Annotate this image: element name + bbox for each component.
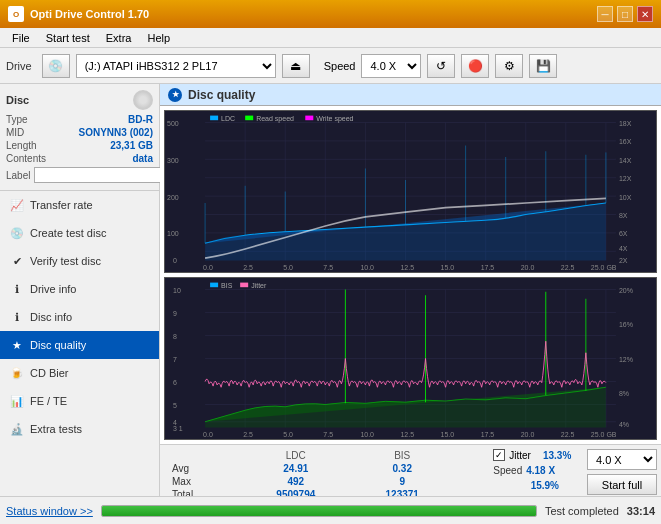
label-input[interactable] [34,167,167,183]
svg-text:6X: 6X [619,229,628,239]
maximize-button[interactable]: □ [617,6,633,22]
svg-text:15.0: 15.0 [441,429,455,439]
nav-extra-tests-label: Extra tests [30,423,82,435]
eject-button[interactable]: ⏏ [282,54,310,78]
svg-text:7: 7 [173,354,177,364]
status-bar: Status window >> Test completed 33:14 [0,496,661,524]
toolbar: Drive 💿 (J:) ATAPI iHBS312 2 PL17 ⏏ Spee… [0,48,661,84]
status-time: 33:14 [627,505,655,517]
svg-text:100: 100 [167,229,179,239]
progress-bar-fill [102,506,536,516]
speed-label: Speed [324,60,356,72]
charts-area: LDC Read speed Write speed [160,106,661,444]
nav-disc-info-label: Disc info [30,311,72,323]
svg-text:4X: 4X [619,244,628,254]
jitter-row: ✓ Jitter 13.3% [493,449,579,461]
svg-text:3 1: 3 1 [173,423,183,433]
nav-cd-bier-label: CD Bier [30,367,69,379]
contents-value: data [132,153,153,164]
nav-verify-test-disc[interactable]: ✔ Verify test disc [0,247,159,275]
length-key: Length [6,140,37,151]
progress-bar-container [101,505,537,517]
menu-bar: File Start test Extra Help [0,28,661,48]
nav-extra-tests[interactable]: 🔬 Extra tests [0,415,159,443]
app-icon: O [8,6,24,22]
svg-rect-68 [210,283,218,288]
avg-ldc: 24.91 [240,462,352,475]
refresh-button[interactable]: ↺ [427,54,455,78]
nav-disc-quality[interactable]: ★ Disc quality [0,331,159,359]
svg-text:5: 5 [173,400,177,410]
svg-text:14X: 14X [619,155,631,165]
status-text: Test completed [545,505,619,517]
svg-text:10: 10 [173,285,181,295]
status-window-button[interactable]: Status window >> [6,505,93,517]
svg-text:12X: 12X [619,174,631,184]
nav-disc-info[interactable]: ℹ Disc info [0,303,159,331]
mid-value: SONYNN3 (002) [79,127,153,138]
menu-help[interactable]: Help [139,30,178,46]
avg-bis: 0.32 [352,462,453,475]
svg-text:20%: 20% [619,285,633,295]
minimize-button[interactable]: ─ [597,6,613,22]
nav-drive-info[interactable]: ℹ Drive info [0,275,159,303]
nav-cd-bier[interactable]: 🍺 CD Bier [0,359,159,387]
ldc-header: LDC [240,449,352,462]
output-speed-select[interactable]: 4.0 X [587,449,657,470]
ldc-chart: LDC Read speed Write speed [164,110,657,273]
type-value: BD-R [128,114,153,125]
verify-test-disc-icon: ✔ [10,254,24,268]
menu-start-test[interactable]: Start test [38,30,98,46]
speed-select[interactable]: 4.0 X [361,54,421,78]
svg-text:16X: 16X [619,137,631,147]
svg-text:17.5: 17.5 [481,262,495,272]
svg-text:10.0: 10.0 [360,262,374,272]
nav-create-test-disc[interactable]: 💿 Create test disc [0,219,159,247]
nav-verify-test-disc-label: Verify test disc [30,255,101,267]
save-button[interactable]: 💾 [529,54,557,78]
nav-disc-quality-label: Disc quality [30,339,86,351]
close-button[interactable]: ✕ [637,6,653,22]
tool-button2[interactable]: ⚙ [495,54,523,78]
svg-text:12.5: 12.5 [400,262,414,272]
menu-extra[interactable]: Extra [98,30,140,46]
svg-text:5.0: 5.0 [283,262,293,272]
svg-text:0.0: 0.0 [203,262,213,272]
max-ldc: 492 [240,475,352,488]
create-test-disc-icon: 💿 [10,226,24,240]
svg-text:20.0: 20.0 [521,429,535,439]
title-bar: O Opti Drive Control 1.70 ─ □ ✕ [0,0,661,28]
window-controls: ─ □ ✕ [597,6,653,22]
max-row: Max 492 9 [164,475,485,488]
disc-icon [133,90,153,110]
type-key: Type [6,114,28,125]
contents-key: Contents [6,153,46,164]
start-full-button[interactable]: Start full [587,474,657,495]
svg-rect-23 [305,116,313,121]
svg-text:10.0: 10.0 [360,429,374,439]
svg-text:2X: 2X [619,255,628,265]
bis-chart-svg: BIS Jitter 10 9 8 [165,278,656,439]
svg-text:0: 0 [173,255,177,265]
nav-transfer-rate[interactable]: 📈 Transfer rate [0,191,159,219]
nav-fe-te[interactable]: 📊 FE / TE [0,387,159,415]
svg-text:Read speed: Read speed [256,114,294,124]
svg-text:LDC: LDC [221,114,236,124]
drive-icon-button[interactable]: 💿 [42,54,70,78]
app-title: Opti Drive Control 1.70 [30,8,149,20]
jitter-checkbox[interactable]: ✓ [493,449,505,461]
svg-text:7.5: 7.5 [323,429,333,439]
tool-button1[interactable]: 🔴 [461,54,489,78]
drive-select[interactable]: (J:) ATAPI iHBS312 2 PL17 [76,54,276,78]
max-bis: 9 [352,475,453,488]
svg-text:12.5: 12.5 [400,429,414,439]
svg-text:Jitter: Jitter [251,281,267,291]
svg-text:10X: 10X [619,192,631,202]
disc-section: Disc Type BD-R MID SONYNN3 (002) Length … [0,84,159,191]
jitter-label: Jitter [509,450,531,461]
menu-file[interactable]: File [4,30,38,46]
svg-text:300: 300 [167,155,179,165]
speed-val-avg: 4.18 X [526,465,555,476]
jitter-max-row: 15.9% [493,480,579,491]
svg-text:12%: 12% [619,354,633,364]
